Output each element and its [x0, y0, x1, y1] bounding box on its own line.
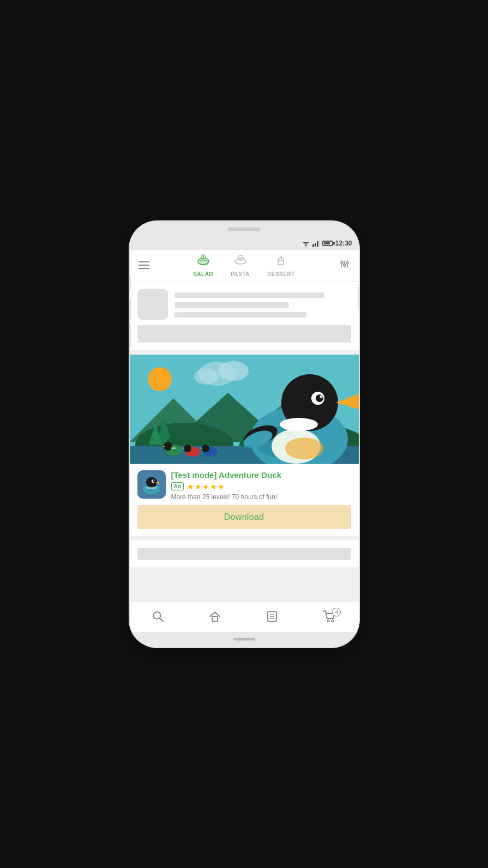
phone-shell: 12:30 [130, 222, 359, 647]
download-button[interactable]: Download [137, 505, 351, 529]
skeleton-line-1 [174, 292, 324, 298]
star-4: ★ [210, 482, 217, 491]
duck-scene-svg [130, 355, 359, 464]
svg-point-20 [148, 367, 172, 391]
svg-point-46 [202, 445, 209, 452]
tab-dessert[interactable]: DESSERT [258, 250, 304, 280]
cart-badge: 4 [332, 608, 341, 616]
dessert-icon [273, 254, 288, 270]
svg-rect-6 [317, 241, 318, 247]
tab-pasta[interactable]: PASTA [222, 250, 258, 280]
skeleton-card-bottom [130, 540, 359, 567]
svg-point-43 [184, 445, 191, 452]
skeleton-thumbnail [137, 289, 168, 320]
svg-point-53 [280, 418, 318, 431]
nav-home-button[interactable] [200, 607, 230, 626]
svg-point-39 [164, 442, 172, 451]
volume-down-button [130, 325, 131, 347]
tab-pasta-label: PASTA [231, 271, 250, 277]
status-icons: 12:30 [302, 240, 352, 247]
search-icon [152, 610, 165, 623]
svg-point-16 [341, 261, 343, 264]
svg-point-22 [218, 361, 249, 381]
ad-title: [Test mode] Adventure Duck [171, 470, 351, 480]
hamburger-line-2 [138, 265, 149, 266]
svg-rect-5 [315, 243, 316, 247]
ad-info: [Test mode] Adventure Duck Ad ★ ★ ★ ★ ★ [171, 470, 351, 501]
star-1: ★ [187, 482, 194, 491]
salad-icon [196, 254, 211, 270]
ad-card: [Test mode] Adventure Duck Ad ★ ★ ★ ★ ★ [130, 355, 359, 536]
list-icon [266, 610, 279, 623]
svg-rect-66 [146, 487, 157, 489]
skeleton-lines [174, 289, 351, 318]
speaker-grill [228, 228, 261, 231]
svg-point-18 [346, 262, 348, 264]
home-indicator [233, 638, 255, 640]
svg-point-3 [305, 245, 306, 246]
svg-line-68 [160, 618, 163, 621]
nav-cart-button[interactable]: 4 [314, 607, 345, 626]
phone-top-bar [130, 222, 359, 237]
bottom-nav: 4 [130, 601, 359, 632]
tab-salad-label: SALAD [193, 271, 213, 277]
svg-point-23 [194, 368, 218, 385]
star-2: ★ [195, 482, 202, 491]
ad-badge-stars: Ad ★ ★ ★ ★ ★ [171, 482, 351, 491]
home-icon [208, 610, 221, 623]
mute-button [130, 276, 131, 290]
app-navbar: SALAD PASTA [130, 250, 359, 282]
ad-content: [Test mode] Adventure Duck Ad ★ ★ ★ ★ ★ [130, 464, 359, 536]
ad-banner [130, 355, 359, 464]
ad-badge: Ad [171, 482, 184, 490]
volume-up-button [130, 298, 131, 320]
svg-point-11 [238, 255, 243, 258]
filter-button[interactable] [335, 254, 354, 277]
skeleton-wide-bar [137, 325, 351, 343]
svg-point-51 [285, 438, 323, 459]
status-bar: 12:30 [130, 237, 359, 250]
svg-point-57 [320, 395, 322, 398]
nav-list-button[interactable] [257, 607, 287, 626]
pasta-icon [233, 254, 248, 270]
scroll-content: [Test mode] Adventure Duck Ad ★ ★ ★ ★ ★ [130, 282, 359, 601]
svg-rect-7 [319, 240, 320, 247]
hamburger-menu-button[interactable] [134, 257, 154, 273]
skeleton-line-3 [174, 312, 307, 318]
app-icon [137, 470, 166, 499]
screen: 12:30 [130, 237, 359, 632]
ad-description: More than 25 levels! 70 hours of fun! [171, 493, 351, 501]
hamburger-line-3 [138, 268, 149, 269]
star-3: ★ [202, 482, 209, 491]
hamburger-line-1 [138, 261, 149, 262]
star-5: ★ [218, 482, 225, 491]
svg-point-17 [344, 264, 346, 266]
app-icon-svg [137, 470, 166, 499]
tab-dessert-label: DESSERT [267, 271, 295, 277]
stars-container: ★ ★ ★ ★ ★ [187, 482, 225, 491]
wifi-icon [302, 240, 310, 247]
svg-rect-4 [312, 244, 314, 247]
battery-icon [322, 241, 333, 246]
signal-icon [312, 240, 320, 247]
power-button [358, 287, 359, 309]
skeleton-line-2 [174, 302, 290, 308]
phone-bottom-bar [130, 632, 359, 647]
svg-point-65 [153, 480, 155, 482]
svg-point-75 [332, 620, 334, 622]
tab-salad[interactable]: SALAD [184, 250, 222, 280]
svg-rect-69 [212, 616, 218, 621]
nav-search-button[interactable] [143, 607, 173, 626]
svg-rect-41 [171, 447, 176, 449]
svg-point-62 [146, 477, 157, 488]
skeleton-bottom-line [137, 548, 351, 560]
skeleton-row [137, 289, 351, 320]
ad-header-row: [Test mode] Adventure Duck Ad ★ ★ ★ ★ ★ [137, 470, 351, 501]
svg-point-56 [316, 394, 323, 402]
svg-rect-12 [278, 260, 284, 265]
status-time: 12:30 [335, 240, 352, 247]
nav-tabs: SALAD PASTA [154, 250, 335, 280]
svg-point-74 [327, 620, 329, 622]
skeleton-card-top [130, 282, 359, 350]
